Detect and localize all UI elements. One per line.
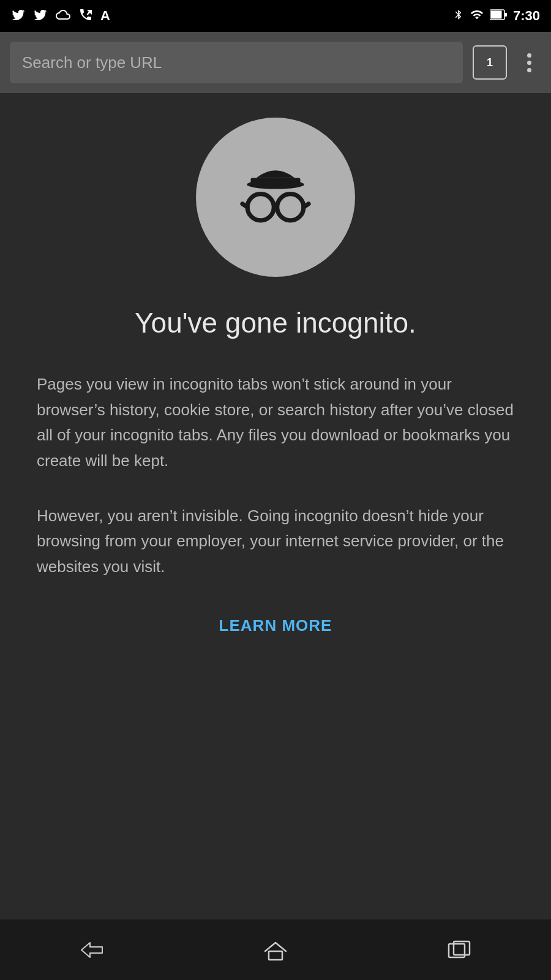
main-content: You've gone incognito. Pages you view in… [0, 93, 551, 919]
status-bar: A 7:30 [0, 0, 551, 32]
svg-point-6 [277, 194, 304, 221]
svg-rect-10 [269, 951, 282, 960]
back-button[interactable] [61, 929, 122, 971]
learn-more-button[interactable]: LEARN MORE [219, 616, 332, 635]
cloud-icon [55, 7, 71, 25]
svg-line-9 [304, 204, 309, 207]
incognito-description-1: Pages you view in incognito tabs won’t s… [37, 372, 514, 473]
twitter-icon-2 [33, 7, 48, 25]
incognito-icon [220, 142, 331, 252]
signal-icon [470, 8, 484, 24]
svg-line-8 [242, 204, 247, 207]
incognito-title: You've gone incognito. [135, 306, 416, 340]
missed-call-icon [78, 7, 93, 25]
tab-count-button[interactable]: 1 [473, 45, 507, 80]
nav-bar [0, 919, 551, 980]
svg-rect-1 [490, 10, 501, 18]
recent-apps-icon [444, 938, 474, 962]
more-options-button[interactable] [517, 45, 541, 80]
status-bar-right: 7:30 [453, 7, 540, 25]
tab-count-label: 1 [487, 56, 493, 69]
svg-point-4 [247, 180, 304, 189]
back-icon [77, 938, 107, 962]
home-icon [260, 938, 291, 962]
home-button[interactable] [245, 929, 306, 971]
incognito-circle [196, 118, 355, 277]
svg-rect-2 [504, 13, 507, 17]
status-bar-left: A [11, 7, 110, 25]
incognito-description-2: However, you aren’t invisible. Going inc… [37, 503, 514, 580]
recent-apps-button[interactable] [429, 929, 490, 971]
svg-point-5 [247, 194, 274, 221]
battery-icon [490, 9, 507, 24]
twitter-icon-1 [11, 7, 26, 25]
three-dots-icon [527, 53, 531, 72]
search-input-container[interactable]: Search or type URL [10, 42, 463, 83]
search-placeholder: Search or type URL [22, 53, 162, 72]
font-icon: A [100, 8, 110, 24]
bluetooth-icon [453, 7, 464, 25]
address-bar: Search or type URL 1 [0, 32, 551, 93]
time-display: 7:30 [513, 8, 540, 24]
